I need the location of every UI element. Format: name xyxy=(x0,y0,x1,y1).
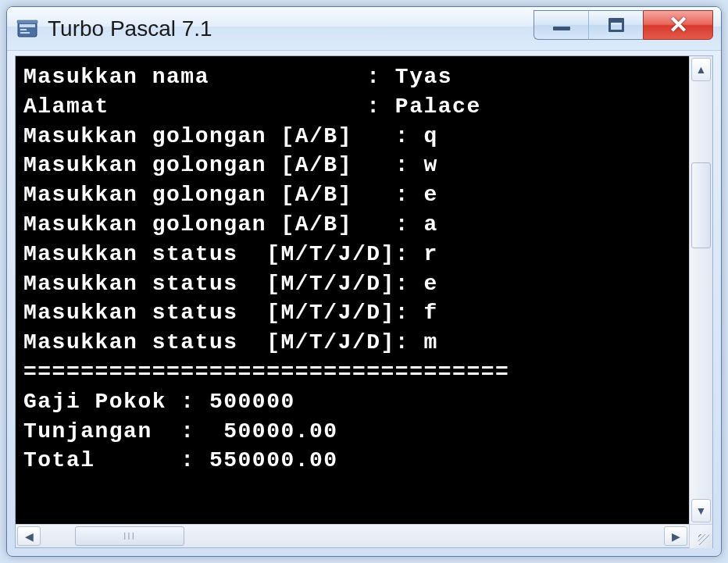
console-line: Masukkan status [M/T/J/D]: m xyxy=(23,330,438,355)
console-line: Masukkan status [M/T/J/D]: r xyxy=(23,242,438,266)
chevron-right-icon: ▶ xyxy=(672,530,680,543)
window-controls: ✕ xyxy=(534,10,713,40)
console-wrap: Masukkan nama : Tyas Alamat : Palace Mas… xyxy=(16,56,712,524)
console-line: Masukkan status [M/T/J/D]: f xyxy=(23,301,438,325)
console-output: Masukkan nama : Tyas Alamat : Palace Mas… xyxy=(16,56,689,524)
scroll-down-button[interactable]: ▼ xyxy=(691,499,711,522)
horizontal-scroll-track[interactable]: III xyxy=(44,526,661,546)
minimize-button[interactable] xyxy=(534,10,588,40)
svg-rect-1 xyxy=(20,24,35,27)
console-line: Masukkan golongan [A/B] : e xyxy=(23,183,438,207)
minimize-icon xyxy=(553,27,570,30)
vertical-scrollbar[interactable]: ▲ ▼ xyxy=(689,56,712,524)
console-line: Tunjangan : 50000.00 xyxy=(23,419,338,444)
svg-rect-2 xyxy=(20,29,27,30)
vertical-scroll-thumb[interactable] xyxy=(691,162,711,248)
console-line: ================================== xyxy=(23,360,509,384)
resize-grip[interactable] xyxy=(689,525,712,548)
svg-rect-3 xyxy=(20,32,30,34)
svg-rect-4 xyxy=(17,20,37,23)
console-line: Gaji Pokok : 500000 xyxy=(23,390,295,414)
chevron-down-icon: ▼ xyxy=(696,504,707,517)
client-area: Masukkan nama : Tyas Alamat : Palace Mas… xyxy=(15,55,713,548)
scroll-right-button[interactable]: ▶ xyxy=(664,526,687,546)
chevron-left-icon: ◀ xyxy=(25,530,34,543)
console-line: Masukkan golongan [A/B] : q xyxy=(23,124,438,148)
scroll-left-button[interactable]: ◀ xyxy=(17,526,41,546)
scroll-up-button[interactable]: ▲ xyxy=(691,58,711,81)
title-bar[interactable]: Turbo Pascal 7.1 ✕ xyxy=(7,7,721,51)
horizontal-scroll-thumb[interactable]: III xyxy=(75,526,184,546)
chevron-up-icon: ▲ xyxy=(696,63,707,76)
console-line: Masukkan status [M/T/J/D]: e xyxy=(23,272,438,296)
console-line: Masukkan golongan [A/B] : a xyxy=(23,212,438,237)
app-icon xyxy=(16,18,38,40)
horizontal-scrollbar[interactable]: ◀ III ▶ xyxy=(16,524,712,547)
close-icon: ✕ xyxy=(669,13,688,37)
console-line: Masukkan golongan [A/B] : w xyxy=(23,153,438,177)
console-line: Masukkan nama : Tyas xyxy=(23,65,452,89)
thumb-grip-icon: III xyxy=(123,531,136,542)
maximize-button[interactable] xyxy=(588,10,643,40)
console-line: Alamat : Palace xyxy=(23,94,481,119)
vertical-scroll-track[interactable] xyxy=(691,84,711,496)
console-line: Total : 550000.00 xyxy=(23,448,338,472)
app-window: Turbo Pascal 7.1 ✕ Masukkan nama : Tyas … xyxy=(6,6,722,557)
close-button[interactable]: ✕ xyxy=(643,10,713,40)
window-title: Turbo Pascal 7.1 xyxy=(48,16,534,41)
maximize-icon xyxy=(608,18,624,32)
